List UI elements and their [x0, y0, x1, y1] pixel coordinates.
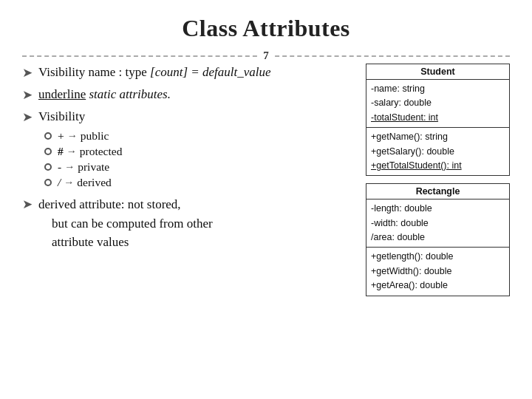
- sub-item-public: + → public: [44, 129, 354, 143]
- sub-item-private: - → private: [44, 160, 354, 174]
- sub-text-public: + → public: [58, 129, 109, 143]
- symbol-slash: /: [58, 176, 61, 189]
- derived-arrow-icon: ➤: [22, 197, 33, 212]
- student-attributes: -name: string -salary: double -totalStud…: [366, 80, 509, 128]
- sub-text-private: - → private: [58, 160, 109, 174]
- student-class-name: Student: [366, 64, 509, 80]
- rectangle-attr-1: -width: double: [371, 216, 505, 231]
- symbol-plus: +: [58, 129, 64, 143]
- student-method-2: +getTotalStudent(): int: [371, 159, 505, 173]
- divider-row: 7: [22, 50, 510, 62]
- bullet-2: ➤ underline static attributes.: [22, 86, 354, 103]
- label-derived: derived: [77, 176, 111, 189]
- rectangle-method-0: +getlength(): double: [371, 250, 505, 264]
- circle-icon-public: [44, 132, 52, 140]
- student-attr-0: -name: string: [371, 82, 505, 96]
- slide-title: Class Attributes: [22, 15, 510, 42]
- sub-bullets: + → public # → protected: [44, 129, 354, 189]
- derived-text-block: derived attribute: not stored, but can b…: [38, 195, 213, 252]
- bullet-text-2: underline static attributes.: [38, 86, 171, 103]
- left-column: ➤ Visibility name : type [count] = defau…: [22, 64, 354, 304]
- arrow-private: →: [64, 161, 75, 173]
- bullet-arrow-2: ➤: [22, 87, 33, 103]
- student-method-1: +getSalary(): double: [371, 145, 505, 159]
- rectangle-class-name: Rectangle: [366, 184, 509, 200]
- bullet-text-3: Visibility: [38, 108, 85, 126]
- bullet-italic-1: [count] = default_value: [150, 65, 271, 79]
- rectangle-method-1: +getWidth(): double: [371, 265, 505, 279]
- sub-text-protected: # → protected: [58, 145, 122, 158]
- derived-line1: derived attribute: not stored,: [38, 197, 181, 211]
- sub-item-protected: # → protected: [44, 145, 354, 158]
- student-methods: +getName(): string +getSalary(): double …: [366, 128, 509, 175]
- bullet-1: ➤ Visibility name : type [count] = defau…: [22, 64, 354, 81]
- circle-icon-protected: [44, 148, 52, 155]
- symbol-minus: -: [58, 160, 61, 174]
- right-column: Student -name: string -salary: double -t…: [366, 64, 510, 304]
- arrow-public: →: [67, 130, 78, 142]
- circle-icon-derived: [44, 179, 52, 186]
- bullet-arrow-3: ➤: [22, 109, 33, 125]
- slide: Class Attributes 7 ➤ Visibility name : t…: [0, 0, 532, 399]
- derived-line3: attribute values: [52, 235, 129, 249]
- circle-icon-private: [44, 163, 52, 171]
- slide-number: 7: [259, 50, 273, 62]
- rectangle-attr-0: -length: double: [371, 202, 505, 216]
- rectangle-attributes: -length: double -width: double /area: do…: [366, 200, 509, 248]
- bullet-normal-1: Visibility name : type: [38, 65, 150, 79]
- arrow-protected: →: [66, 146, 77, 157]
- student-uml-box: Student -name: string -salary: double -t…: [366, 64, 510, 176]
- sub-text-derived: / → derived: [58, 176, 112, 189]
- rectangle-attr-2: /area: double: [371, 231, 505, 245]
- student-attr-1: -salary: double: [371, 96, 505, 110]
- label-protected: protected: [80, 145, 123, 158]
- rectangle-method-2: +getArea(): double: [371, 279, 505, 293]
- bullet-3: ➤ Visibility: [22, 108, 354, 126]
- bullet-text-1: Visibility name : type [count] = default…: [38, 64, 271, 81]
- student-method-0: +getName(): string: [371, 130, 505, 144]
- bullet-underline-2: underline: [38, 87, 86, 101]
- derived-line2: but can be computed from other: [52, 216, 213, 231]
- main-content: ➤ Visibility name : type [count] = defau…: [22, 64, 510, 304]
- sub-item-derived: / → derived: [44, 176, 354, 189]
- label-public: public: [81, 129, 109, 143]
- bullet-arrow-1: ➤: [22, 65, 33, 81]
- rectangle-uml-box: Rectangle -length: double -width: double…: [366, 183, 510, 296]
- derived-section: ➤ derived attribute: not stored, but can…: [22, 195, 354, 252]
- arrow-derived: →: [64, 177, 74, 188]
- label-private: private: [78, 160, 109, 174]
- rectangle-methods: +getlength(): double +getWidth(): double…: [366, 248, 509, 295]
- student-attr-2: -totalStudent: int: [371, 111, 505, 125]
- symbol-hash: #: [58, 145, 64, 158]
- bullet-italic-2: static attributes.: [89, 87, 171, 101]
